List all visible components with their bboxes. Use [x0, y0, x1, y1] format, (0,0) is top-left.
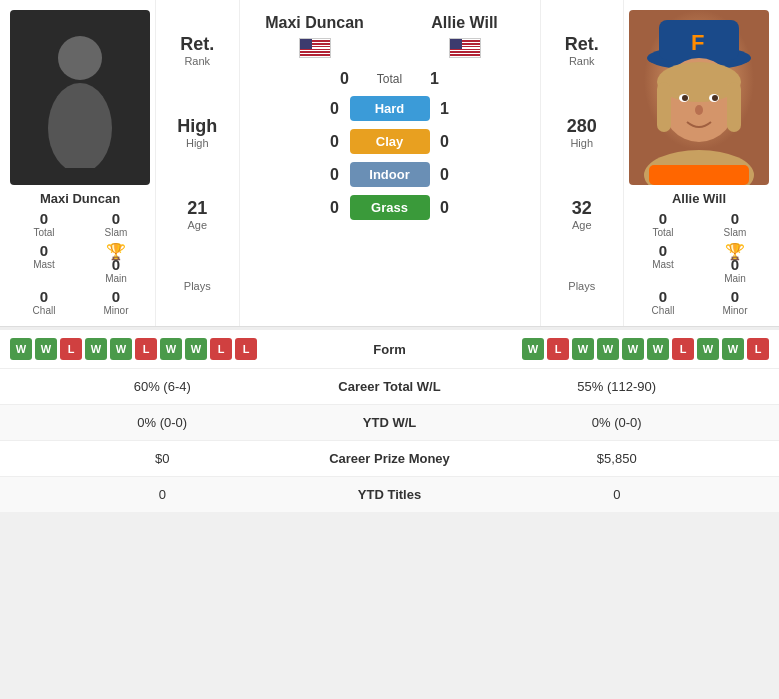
left-slam-stat: 0 Slam — [82, 210, 150, 238]
stats-right-val-2: $5,850 — [470, 451, 765, 466]
bottom-stats: 60% (6-4) Career Total W/L 55% (112-90) … — [0, 368, 779, 512]
left-form-badge: L — [135, 338, 157, 360]
left-chall-stat: 0 Chall — [10, 288, 78, 316]
stats-center-label-0: Career Total W/L — [310, 379, 470, 394]
right-total-value: 0 — [659, 210, 667, 227]
right-form-badge: W — [522, 338, 544, 360]
left-form-badge: W — [85, 338, 107, 360]
left-age-value: 21 — [187, 198, 207, 219]
flag-name-row: Maxi Duncan Allie Will — [240, 14, 540, 32]
right-main-label: Main — [724, 273, 746, 284]
left-form-badge: L — [60, 338, 82, 360]
left-minor-stat: 0 Minor — [82, 288, 150, 316]
stats-right-val-1: 0% (0-0) — [470, 415, 765, 430]
mid-stats-left: Ret. Rank High High 21 Age Plays — [155, 0, 240, 326]
right-chall-stat: 0 Chall — [629, 288, 697, 316]
right-age-label: Age — [572, 219, 592, 231]
right-minor-label: Minor — [722, 305, 747, 316]
right-mast-value: 0 — [659, 242, 667, 259]
player-right-name: Allie Will — [672, 191, 726, 206]
left-form-badge: W — [185, 338, 207, 360]
svg-point-0 — [58, 36, 102, 80]
right-age-block: 32 Age — [572, 198, 592, 231]
right-total-label: Total — [652, 227, 673, 238]
left-high-value: High — [177, 116, 217, 137]
right-minor-value: 0 — [731, 288, 739, 305]
right-total-stat: 0 Total — [629, 210, 697, 238]
left-age-block: 21 Age — [187, 198, 207, 231]
right-hard-score: 1 — [430, 100, 460, 118]
hard-btn: Hard — [350, 96, 430, 121]
clay-score-row: 0 Clay 0 — [240, 129, 540, 154]
right-rank-value: Ret. — [565, 34, 599, 55]
left-rank-value: Ret. — [180, 34, 214, 55]
right-main-stat-holder: 0 Main — [701, 256, 769, 284]
right-form-badge: L — [547, 338, 569, 360]
left-flag — [299, 38, 331, 58]
left-hard-score: 0 — [320, 100, 350, 118]
left-form-badge: L — [210, 338, 232, 360]
left-main-value: 0 — [112, 256, 120, 273]
flags-row — [240, 38, 540, 58]
left-silhouette — [10, 10, 150, 185]
right-age-value: 32 — [572, 198, 592, 219]
form-section: WWLWWLWWLL Form WLWWWWLWWL — [0, 327, 779, 368]
left-form-badge: L — [235, 338, 257, 360]
left-slam-value: 0 — [112, 210, 120, 227]
left-indoor-score: 0 — [320, 166, 350, 184]
svg-text:F: F — [691, 30, 704, 55]
right-form-badge: W — [572, 338, 594, 360]
left-minor-label: Minor — [103, 305, 128, 316]
left-mast-label: Mast — [33, 259, 55, 270]
left-age-label: Age — [187, 219, 207, 231]
left-form-badge: W — [10, 338, 32, 360]
left-total-stat: 0 Total — [10, 210, 78, 238]
right-plays-label: Plays — [568, 280, 595, 292]
stats-left-val-3: 0 — [15, 487, 310, 502]
right-high-value: 280 — [567, 116, 597, 137]
right-form-badge: L — [747, 338, 769, 360]
right-rank-label: Rank — [565, 55, 599, 67]
stats-center-label-2: Career Prize Money — [310, 451, 470, 466]
right-form-badge: L — [672, 338, 694, 360]
total-score-row: 0 Total 1 — [240, 70, 540, 88]
stats-left-val-2: $0 — [15, 451, 310, 466]
right-form-badge: W — [722, 338, 744, 360]
left-main-stat-holder: 0 Main — [82, 256, 150, 284]
right-chall-label: Chall — [652, 305, 675, 316]
right-form-badge: W — [597, 338, 619, 360]
right-slam-label: Slam — [724, 227, 747, 238]
right-form-badges: WLWWWWLWWL — [522, 338, 769, 360]
left-form-badge: W — [110, 338, 132, 360]
main-container: Maxi Duncan 0 Total 0 Slam 0 Mast 🏆 — [0, 0, 779, 512]
hard-score-row: 0 Hard 1 — [240, 96, 540, 121]
player-left-photo — [10, 10, 150, 185]
indoor-btn: Indoor — [350, 162, 430, 187]
mid-stats-right: Ret. Rank 280 High 32 Age Plays — [540, 0, 625, 326]
svg-rect-7 — [657, 82, 671, 132]
right-clay-score: 0 — [430, 133, 460, 151]
stats-center-label-1: YTD W/L — [310, 415, 470, 430]
right-plays-block: Plays — [568, 280, 595, 292]
right-form-badge: W — [647, 338, 669, 360]
right-photo-content: F — [629, 10, 769, 185]
left-mast-stat: 0 Mast — [10, 242, 78, 270]
left-plays-block: Plays — [184, 280, 211, 292]
right-slam-value: 0 — [731, 210, 739, 227]
top-section: Maxi Duncan 0 Total 0 Slam 0 Mast 🏆 — [0, 0, 779, 327]
right-indoor-score: 0 — [430, 166, 460, 184]
total-label: Total — [360, 72, 420, 86]
right-form-badge: W — [697, 338, 719, 360]
right-mast-stat: 0 Mast — [629, 242, 697, 270]
grass-btn: Grass — [350, 195, 430, 220]
right-flag — [449, 38, 481, 58]
svg-rect-15 — [649, 165, 749, 185]
right-form-badge: W — [622, 338, 644, 360]
left-slam-label: Slam — [105, 227, 128, 238]
stats-right-val-0: 55% (112-90) — [470, 379, 765, 394]
right-high-block: 280 High — [567, 116, 597, 149]
clay-btn: Clay — [350, 129, 430, 154]
stats-row: 0% (0-0) YTD W/L 0% (0-0) — [0, 404, 779, 440]
left-form-badge: W — [160, 338, 182, 360]
stats-left-val-1: 0% (0-0) — [15, 415, 310, 430]
